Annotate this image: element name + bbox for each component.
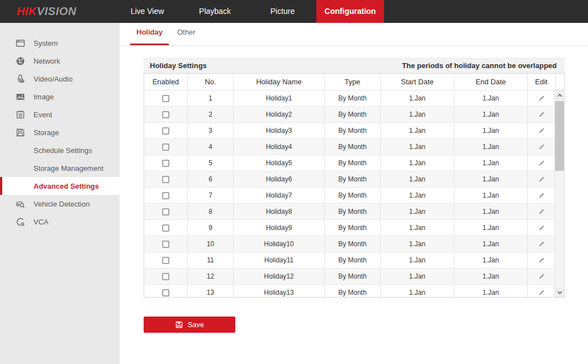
edit-pencil-icon[interactable]: [538, 273, 545, 280]
edit-cell: [528, 107, 556, 122]
edit-cell: [528, 285, 556, 297]
sidebar-item-storage-management[interactable]: Storage Management: [0, 159, 120, 177]
edit-cell: [528, 90, 556, 106]
sidebar-item-label: Advanced Settings: [34, 182, 99, 190]
column-header-enabled: Enabled: [144, 74, 188, 90]
sidebar-item-vehicle-detection[interactable]: Vehicle Detection: [0, 195, 120, 213]
edit-pencil-icon[interactable]: [538, 192, 545, 199]
content-tabs: HolidayOther: [120, 23, 588, 46]
sidebar-item-label: Storage Management: [34, 164, 103, 173]
sidebar-item-schedule-settings[interactable]: Schedule Settings: [0, 141, 120, 159]
sidebar-item-vca[interactable]: VCA: [0, 213, 120, 231]
edit-pencil-icon[interactable]: [538, 160, 545, 167]
edit-cell: [528, 236, 556, 252]
save-button[interactable]: Save: [144, 317, 235, 333]
table-title-bar: Holiday Settings The periods of holiday …: [144, 58, 565, 73]
enabled-cell: [144, 252, 188, 268]
sidebar-item-image[interactable]: Image: [0, 88, 120, 106]
sidebar-item-video-audio[interactable]: Video/Audio: [0, 70, 120, 88]
end-date-cell: 1.Jan: [454, 107, 528, 122]
enabled-checkbox[interactable]: [162, 224, 169, 232]
edit-pencil-icon[interactable]: [538, 289, 545, 296]
sidebar-item-label: Image: [34, 93, 54, 101]
sidebar-item-label: Event: [34, 111, 52, 119]
tab-other[interactable]: Other: [171, 23, 202, 45]
main-nav: Live ViewPlaybackPictureConfiguration: [113, 0, 384, 23]
table-scrollbar[interactable]: [554, 90, 564, 297]
column-header-type: Type: [325, 74, 381, 90]
column-header-edit: Edit: [528, 74, 556, 90]
scrollbar-thumb[interactable]: [555, 101, 564, 171]
start-date-cell: 1.Jan: [381, 236, 454, 252]
sidebar-item-system[interactable]: System: [0, 34, 120, 52]
edit-pencil-icon[interactable]: [538, 257, 545, 264]
enabled-checkbox[interactable]: [162, 208, 169, 215]
column-header-no: No.: [188, 74, 234, 90]
end-date-cell: 1.Jan: [454, 252, 528, 268]
edit-pencil-icon[interactable]: [538, 241, 545, 248]
type-cell: By Month: [325, 204, 381, 219]
type-cell: By Month: [325, 252, 381, 268]
network-icon: [16, 56, 25, 66]
tab-holiday[interactable]: Holiday: [130, 23, 169, 45]
edit-pencil-icon[interactable]: [538, 111, 545, 118]
edit-pencil-icon[interactable]: [538, 95, 545, 102]
enabled-checkbox[interactable]: [162, 176, 169, 183]
enabled-checkbox[interactable]: [162, 257, 169, 264]
scroll-up-arrow-icon[interactable]: [555, 90, 564, 100]
vehicle-detection-icon: [16, 199, 25, 209]
enabled-checkbox[interactable]: [162, 289, 169, 296]
enabled-checkbox[interactable]: [162, 95, 169, 102]
table-grid: EnabledNo.Holiday NameTypeStart DateEnd …: [144, 73, 565, 298]
edit-pencil-icon[interactable]: [538, 143, 545, 151]
edit-pencil-icon[interactable]: [538, 127, 545, 135]
enabled-checkbox[interactable]: [162, 143, 169, 151]
storage-icon: [16, 128, 25, 137]
edit-pencil-icon[interactable]: [538, 208, 545, 215]
holiday-name-cell: Holiday12: [234, 269, 325, 284]
sidebar-item-network[interactable]: Network: [0, 52, 120, 70]
no-cell: 6: [188, 171, 234, 187]
sidebar-item-storage[interactable]: Storage: [0, 123, 120, 141]
enabled-checkbox[interactable]: [162, 127, 169, 135]
holiday-name-cell: Holiday11: [234, 252, 325, 268]
column-header-holiday-name: Holiday Name: [234, 74, 325, 90]
type-cell: By Month: [325, 90, 381, 106]
sidebar-item-label: VCA: [34, 218, 49, 226]
vca-icon: [16, 217, 25, 227]
enabled-checkbox[interactable]: [162, 273, 169, 280]
sidebar-item-advanced-settings[interactable]: Advanced Settings: [0, 177, 120, 195]
no-cell: 4: [188, 139, 234, 155]
enabled-checkbox[interactable]: [162, 192, 169, 199]
sidebar-item-label: Vehicle Detection: [34, 200, 89, 208]
content-area: HolidayOther Holiday Settings The period…: [120, 23, 588, 364]
edit-pencil-icon[interactable]: [538, 224, 545, 232]
edit-cell: [528, 123, 556, 138]
sidebar-item-label: Network: [34, 57, 60, 65]
image-icon: [16, 92, 25, 102]
sidebar: SystemNetworkVideo/AudioImageEventStorag…: [0, 23, 120, 364]
holiday-name-cell: Holiday13: [234, 285, 325, 297]
nav-picture[interactable]: Picture: [249, 0, 316, 23]
table-header-row: EnabledNo.Holiday NameTypeStart DateEnd …: [144, 74, 564, 90]
scroll-down-arrow-icon[interactable]: [555, 288, 564, 297]
holiday-row-10: 10Holiday10By Month1.Jan1.Jan: [144, 236, 564, 252]
edit-pencil-icon[interactable]: [538, 176, 545, 183]
enabled-checkbox[interactable]: [162, 241, 169, 248]
enabled-cell: [144, 123, 188, 138]
type-cell: By Month: [325, 269, 381, 284]
nav-configuration[interactable]: Configuration: [316, 0, 384, 23]
holiday-row-11: 11Holiday11By Month1.Jan1.Jan: [144, 252, 564, 269]
edit-cell: [528, 252, 556, 268]
end-date-cell: 1.Jan: [454, 171, 528, 187]
start-date-cell: 1.Jan: [381, 107, 454, 122]
nav-live-view[interactable]: Live View: [113, 0, 181, 23]
enabled-checkbox[interactable]: [162, 111, 169, 118]
nav-playback[interactable]: Playback: [181, 0, 249, 23]
no-cell: 5: [188, 155, 234, 171]
sidebar-item-event[interactable]: Event: [0, 106, 120, 123]
column-header-end-date: End Date: [454, 74, 528, 90]
end-date-cell: 1.Jan: [454, 155, 528, 171]
enabled-cell: [144, 236, 188, 252]
enabled-checkbox[interactable]: [162, 160, 169, 167]
